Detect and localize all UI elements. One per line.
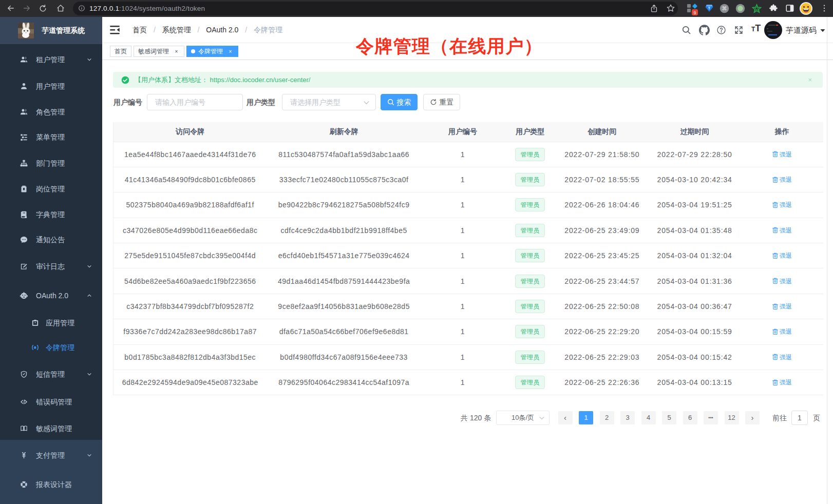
svg-text:9: 9 [693,10,696,15]
svg-text:⌘: ⌘ [722,6,727,11]
